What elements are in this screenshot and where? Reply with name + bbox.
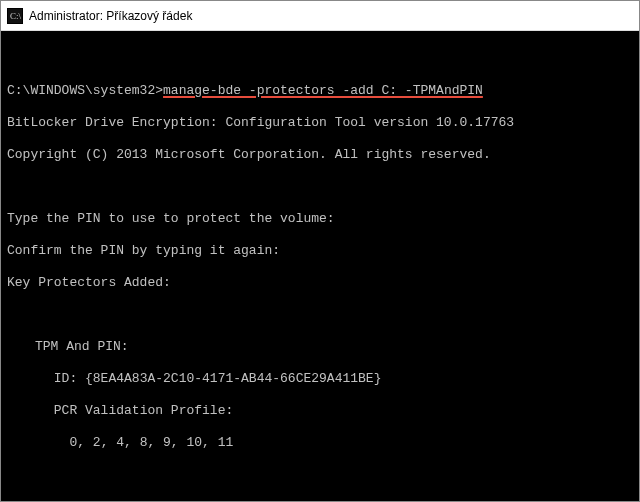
cmd-icon: C:\ [7, 8, 23, 24]
blank-line [7, 499, 633, 501]
output-line: ID: {8EA4A83A-2C10-4171-AB44-66CE29A411B… [7, 371, 633, 387]
blank-line [7, 307, 633, 323]
output-line: 0, 2, 4, 8, 9, 10, 11 [7, 435, 633, 451]
cmd-1: manage-bde -protectors -add C: -TPMAndPI… [163, 83, 483, 98]
pcr-values: 0, 2, 4, 8, 9, 10, 11 [69, 435, 233, 450]
output-line: Confirm the PIN by typing it again: [7, 243, 633, 259]
cmd-window: C:\ Administrator: Příkazový řádek C:\WI… [0, 0, 640, 502]
prompt: C:\WINDOWS\system32> [7, 83, 163, 98]
blank-line [7, 51, 633, 67]
window-title: Administrator: Příkazový řádek [29, 9, 192, 23]
svg-text:C:\: C:\ [10, 11, 22, 21]
output-line: Type the PIN to use to protect the volum… [7, 211, 633, 227]
output-line: BitLocker Drive Encryption: Configuratio… [7, 115, 633, 131]
output-line: PCR Validation Profile: [7, 403, 633, 419]
tpm-id: ID: {8EA4A83A-2C10-4171-AB44-66CE29A411B… [54, 371, 382, 386]
terminal-area[interactable]: C:\WINDOWS\system32>manage-bde -protecto… [1, 31, 639, 501]
output-line: Key Protectors Added: [7, 275, 633, 291]
output-line: Copyright (C) 2013 Microsoft Corporation… [7, 147, 633, 163]
output-line: TPM And PIN: [7, 339, 633, 355]
titlebar[interactable]: C:\ Administrator: Příkazový řádek [1, 1, 639, 31]
pcr-label: PCR Validation Profile: [54, 403, 233, 418]
blank-line [7, 467, 633, 483]
blank-line [7, 179, 633, 195]
cmd-line-1: C:\WINDOWS\system32>manage-bde -protecto… [7, 83, 633, 99]
